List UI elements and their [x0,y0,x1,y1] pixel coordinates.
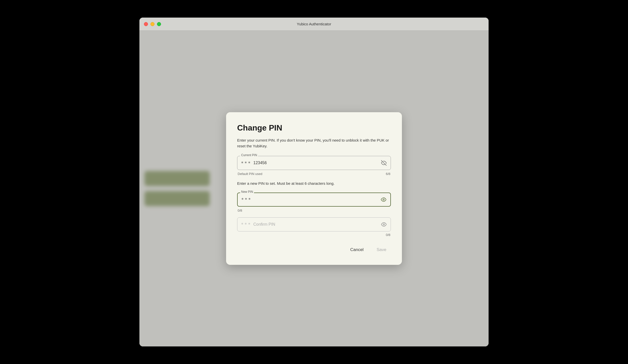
current-pin-toggle-visibility[interactable] [381,160,387,166]
svg-point-1 [383,199,384,200]
cancel-button[interactable]: Cancel [346,245,368,255]
current-pin-hint: Default PIN used [238,172,262,176]
current-pin-group: Current PIN *** [237,156,391,170]
new-pin-hints: 0/8 [237,209,391,212]
new-pin-dots: *** [241,197,252,202]
dialog-title: Change PIN [237,123,391,133]
sidebar-blur [139,31,215,346]
new-pin-label: New PIN [240,190,254,194]
current-pin-count: 6/8 [386,172,390,176]
main-window: Yubico Authenticator Change PIN Enter yo… [139,18,489,346]
current-pin-label: Current PIN [240,153,258,157]
new-pin-toggle-visibility[interactable] [380,196,387,203]
change-pin-dialog: Change PIN Enter your current PIN. If yo… [226,112,402,265]
titlebar: Yubico Authenticator [139,18,489,31]
save-button[interactable]: Save [372,245,391,255]
minimize-button[interactable] [150,22,154,26]
traffic-lights [144,22,161,26]
blur-item-2 [144,191,210,206]
new-pin-field-wrapper: *** [237,193,391,207]
confirm-pin-input[interactable] [253,222,381,227]
blur-item-1 [144,171,210,186]
current-pin-hints: Default PIN used 6/8 [237,172,391,176]
current-pin-input[interactable] [253,161,381,165]
confirm-pin-hints: 0/8 [237,233,391,237]
confirm-pin-field-wrapper: *** [237,217,391,231]
new-pin-group: New PIN *** [237,193,391,207]
window-title: Yubico Authenticator [297,22,331,26]
dialog-description: Enter your current PIN. If you don't kno… [237,138,391,149]
svg-point-2 [383,224,385,225]
window-content: Change PIN Enter your current PIN. If yo… [139,31,489,346]
new-pin-input[interactable] [254,197,380,202]
new-pin-count: 0/8 [238,209,242,212]
current-pin-field-wrapper: *** [237,156,391,170]
confirm-pin-toggle-visibility[interactable] [381,221,387,228]
new-pin-description: Enter a new PIN to set. Must be at least… [237,181,391,187]
dialog-buttons: Cancel Save [237,245,391,255]
current-pin-dots: *** [241,160,251,166]
maximize-button[interactable] [157,22,161,26]
confirm-pin-dots: *** [241,222,251,227]
close-button[interactable] [144,22,148,26]
confirm-pin-count: 0/8 [386,233,390,237]
